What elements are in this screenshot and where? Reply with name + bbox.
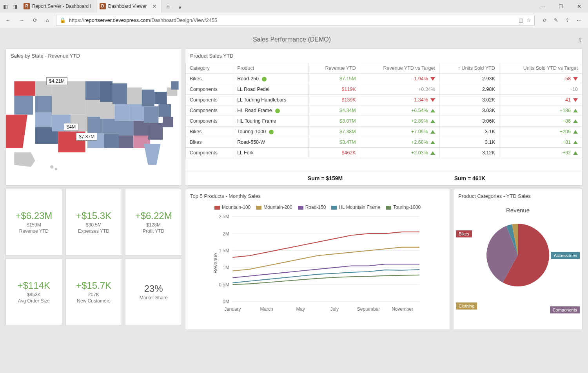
pie-chart-title: Product Categories - YTD Sales xyxy=(454,189,582,203)
legend-item[interactable]: Mountain-100 xyxy=(214,205,250,210)
kpi-tile[interactable]: +$6.22M$128MProfit YTD xyxy=(125,189,182,255)
svg-rect-0 xyxy=(14,81,35,96)
cell-category: Components xyxy=(186,105,233,116)
table-totals: Sum = $159M Sum = 461K xyxy=(185,171,582,185)
kpi-subvalue: $953K xyxy=(27,292,41,297)
svg-text:May: May xyxy=(296,306,305,312)
svg-rect-32 xyxy=(148,123,163,140)
favorite-star-icon[interactable]: ☆ xyxy=(526,17,531,23)
map-title: Sales by State - Revenue YTD xyxy=(6,49,181,63)
page-title: Sales Performance (DEMO) xyxy=(5,36,578,43)
window-icon-group: ◧ ◨ xyxy=(0,0,20,13)
svg-text:1.5M: 1.5M xyxy=(219,248,229,253)
line-chart[interactable]: 0M0.5M1M1.5M2M2.5MJanuaryMarchMayJulySep… xyxy=(189,212,446,314)
cell-category: Components xyxy=(186,148,233,158)
kpi-subvalue: $128M xyxy=(146,222,161,228)
svg-text:November: November xyxy=(392,306,413,312)
cell-revenue: $3.07M xyxy=(309,116,360,127)
cell-units-vs-target: -41 xyxy=(499,95,582,105)
map-value-label: $7.87M xyxy=(76,133,97,141)
svg-marker-33 xyxy=(144,144,161,165)
reading-view-icon[interactable]: ◫ xyxy=(519,17,523,23)
svg-rect-27 xyxy=(129,104,144,121)
layout-left-icon[interactable]: ◧ xyxy=(3,4,8,9)
pie-label-components: Components xyxy=(550,306,580,313)
kpi-value: +$15.3K xyxy=(76,210,111,221)
svg-text:Revenue: Revenue xyxy=(212,253,218,273)
tab-dashboard-viewer[interactable]: D Dashboard Viewer ✕ xyxy=(96,0,162,13)
browser-tabs: R Report Server - Dashboard I D Dashboar… xyxy=(20,0,186,13)
home-button[interactable]: ⌂ xyxy=(44,16,51,25)
kpi-tile[interactable]: +$15.7K207KNew Customers xyxy=(65,259,122,325)
kpi-tile[interactable]: 23%Market Share xyxy=(125,259,182,325)
cell-product: HL Touring Frame xyxy=(233,116,309,127)
more-icon[interactable]: ⋯ xyxy=(577,17,582,23)
maximize-button[interactable]: ☐ xyxy=(552,0,570,13)
back-button[interactable]: ← xyxy=(4,16,12,25)
refresh-button[interactable]: ⟳ xyxy=(31,16,39,25)
map-body[interactable]: $4.21M$4M$7.87M xyxy=(6,63,181,183)
map-value-label: $4M xyxy=(64,123,78,131)
legend-item[interactable]: Mountain-200 xyxy=(256,205,292,210)
table-row[interactable]: ComponentsHL Road Frame$4.34M+6.54%3.03K… xyxy=(186,105,582,116)
kpi-value: +$114K xyxy=(18,280,50,291)
favorites-icon[interactable]: ✩ xyxy=(543,17,547,23)
column-header[interactable]: ↑ Units Sold YTD xyxy=(439,63,499,74)
cell-revenue: $7.15M xyxy=(309,74,360,84)
minimize-button[interactable]: — xyxy=(534,0,552,13)
cell-category: Bikes xyxy=(186,74,233,84)
table-row[interactable]: ComponentsLL Touring Handlebars$139K-1.3… xyxy=(186,95,582,105)
column-header[interactable]: Units Sold YTD vs Target xyxy=(499,63,582,74)
svg-rect-26 xyxy=(127,87,142,104)
kpi-tile[interactable]: +$6.23M$159MRevenue YTD xyxy=(5,189,62,255)
kpi-label: Profit YTD xyxy=(143,228,164,234)
pie-chart[interactable] xyxy=(479,216,557,294)
svg-text:January: January xyxy=(224,306,241,312)
svg-rect-5 xyxy=(35,112,52,127)
cell-revenue: $139K xyxy=(309,95,360,105)
new-tab-button[interactable]: + xyxy=(162,2,174,13)
svg-rect-11 xyxy=(69,81,85,98)
table-row[interactable]: ComponentsLL Fork$462K+2.03%3.12K+62 xyxy=(186,148,582,158)
column-header[interactable]: Product xyxy=(233,63,309,74)
share-icon[interactable]: ⇪ xyxy=(565,17,570,23)
close-tab-icon[interactable]: ✕ xyxy=(152,3,157,9)
window-controls: — ☐ ✕ xyxy=(534,0,588,13)
us-map-icon xyxy=(6,63,181,183)
tab-report-server[interactable]: R Report Server - Dashboard I xyxy=(20,0,96,13)
kpi-tile[interactable]: +$114K$953KAvg Order Size xyxy=(5,259,62,325)
cell-revenue: $462K xyxy=(309,148,360,158)
legend-item[interactable]: HL Mountain Frame xyxy=(331,205,380,210)
table-row[interactable]: BikesTouring-1000$7.38M+7.09%3.1K+205 xyxy=(186,127,582,137)
address-bar: ← → ⟳ ⌂ 🔒 https://reportserver.devexpres… xyxy=(0,13,588,28)
pen-icon[interactable]: ✎ xyxy=(554,17,558,23)
layout-right-icon[interactable]: ◨ xyxy=(13,4,17,9)
legend-item[interactable]: Touring-1000 xyxy=(386,205,421,210)
map-card: Sales by State - Revenue YTD xyxy=(5,49,182,186)
svg-point-40 xyxy=(55,168,57,170)
table-row[interactable]: BikesRoad-250$7.15M-1.94%2.93K-58 xyxy=(186,74,582,84)
close-window-button[interactable]: ✕ xyxy=(570,0,588,13)
svg-rect-22 xyxy=(113,83,127,104)
sum-revenue: Sum = $159M xyxy=(190,175,343,181)
kpi-tile[interactable]: +$15.3K$30.5MExpenses YTD xyxy=(65,189,122,255)
kpi-label: Avg Order Size xyxy=(18,298,50,304)
table-row[interactable]: ComponentsHL Touring Frame$3.07M+2.89%3.… xyxy=(186,116,582,127)
product-sales-table[interactable]: CategoryProductRevenue YTDRevenue YTD vs… xyxy=(185,63,582,158)
svg-rect-25 xyxy=(119,136,133,148)
legend-item[interactable]: Road-150 xyxy=(298,205,326,210)
column-header[interactable]: Revenue YTD xyxy=(309,63,360,74)
column-header[interactable]: Category xyxy=(186,63,233,74)
column-header[interactable]: Revenue YTD vs Target xyxy=(360,63,439,74)
tab-menu-icon[interactable]: ∨ xyxy=(174,2,186,13)
status-dot-icon xyxy=(262,77,267,81)
export-icon[interactable]: ⇧ xyxy=(578,37,583,43)
table-row[interactable]: BikesRoad-550-W$3.47M+2.68%3.1K+81 xyxy=(186,137,582,148)
browser-actions: ✩ ✎ ⇪ ⋯ xyxy=(540,17,584,23)
table-row[interactable]: ComponentsLL Road Pedal$119K+0.34%2.98K+… xyxy=(186,84,582,95)
cell-product: LL Fork xyxy=(233,148,309,158)
url-input[interactable]: 🔒 https://reportserver.devexpress.com/Da… xyxy=(56,15,535,26)
svg-text:2.5M: 2.5M xyxy=(219,214,229,219)
forward-button[interactable]: → xyxy=(18,16,26,25)
svg-text:1M: 1M xyxy=(223,265,229,270)
